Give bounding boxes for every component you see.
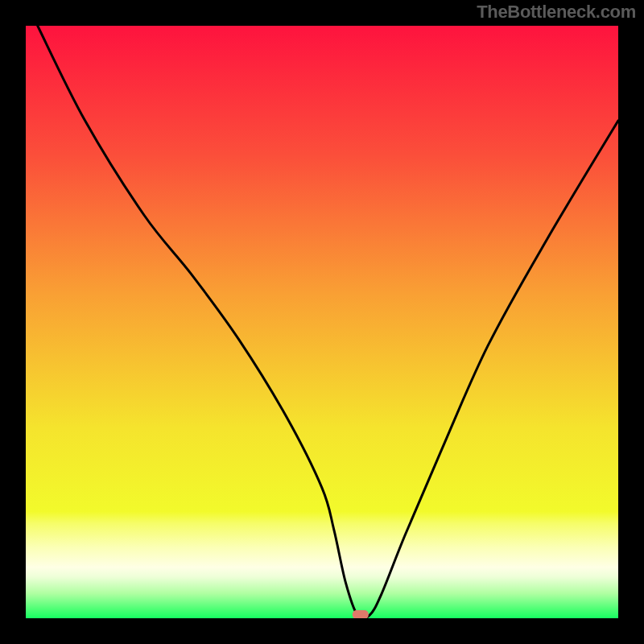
attribution-text: TheBottleneck.com (477, 2, 636, 23)
optimum-marker (353, 610, 369, 618)
plot-background (26, 26, 618, 618)
chart-container: TheBottleneck.com (0, 0, 644, 644)
bottleneck-plot (26, 26, 618, 618)
